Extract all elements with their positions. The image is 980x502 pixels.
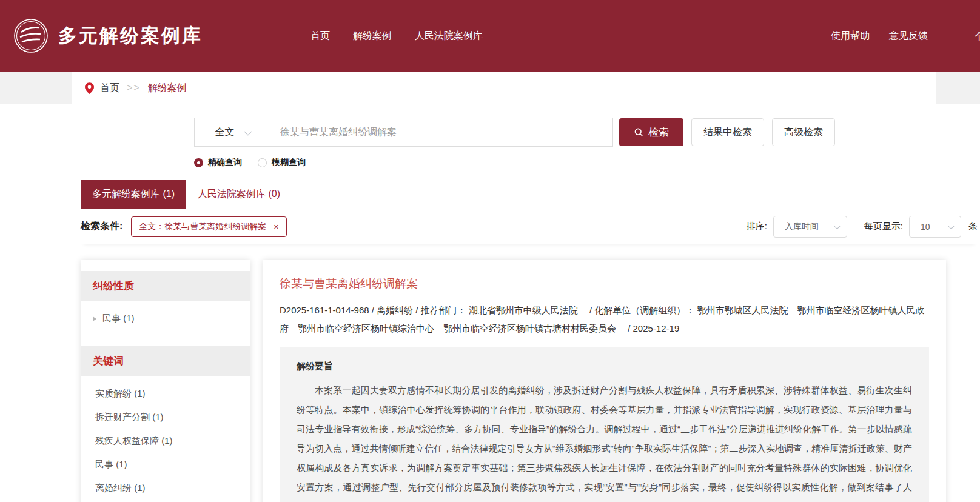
- sort-label: 排序:: [747, 221, 767, 232]
- keyword-item[interactable]: 实质解纷 (1): [81, 382, 250, 406]
- exact-query-label[interactable]: 精确查询: [208, 157, 242, 168]
- result-tabs: 多元解纷案例库 (1) 人民法院案例库 (0): [0, 180, 980, 209]
- nav-item-feedback[interactable]: 意见反馈: [889, 30, 928, 42]
- exact-query-radio[interactable]: [194, 158, 203, 167]
- keyword-list: 实质解纷 (1) 拆迁财产分割 (1) 残疾人权益保障 (1) 民事 (1) 离…: [81, 376, 250, 502]
- location-pin-icon: [85, 82, 94, 94]
- brand-logo-icon: [13, 18, 49, 53]
- app-title: 多元解纷案例库: [58, 23, 203, 49]
- keyword-item[interactable]: 拆迁财产分割 (1): [81, 406, 250, 429]
- tab-court-library[interactable]: 人民法院案例库 (0): [186, 180, 292, 209]
- tab-dispute-library[interactable]: 多元解纷案例库 (1): [81, 180, 186, 209]
- chevron-down-icon: [834, 222, 841, 229]
- search-button-label: 检索: [648, 126, 669, 139]
- case-summary-box: 解纷要旨 本案系一起因夫妻双方感情不和长期分居引发的离婚纠纷，涉及拆迁财产分割与…: [280, 347, 929, 502]
- filter-item-label: 民事 (1): [102, 313, 135, 324]
- breadcrumb: 首页 >> 解纷案例: [72, 72, 936, 104]
- search-field-value: 全文: [215, 126, 235, 139]
- query-mode-options: 精确查询 模糊查询: [194, 157, 980, 168]
- nav-item-help[interactable]: 使用帮助: [831, 30, 870, 42]
- nav-item-home[interactable]: 首页: [310, 30, 330, 42]
- content-area: 纠纷性质 民事 (1) 关键词 实质解纷 (1) 拆迁财产分割 (1) 残疾人权…: [81, 260, 980, 502]
- nav-item-cases[interactable]: 解纷案例: [353, 30, 392, 42]
- filter-sidebar: 纠纷性质 民事 (1) 关键词 实质解纷 (1) 拆迁财产分割 (1) 残疾人权…: [81, 260, 250, 502]
- summary-title: 解纷要旨: [297, 361, 912, 372]
- keyword-item[interactable]: 民事 (1): [81, 453, 250, 477]
- filter-item-civil[interactable]: 民事 (1): [81, 301, 250, 336]
- case-meta: D2025-161-1-014-968 / 离婚纠纷 / 推荐部门： 湖北省鄂州…: [280, 301, 929, 338]
- condition-chip: 全文：徐某与曹某离婚纠纷调解案 ×: [131, 216, 286, 237]
- search-icon: [634, 127, 644, 138]
- advanced-search-button[interactable]: 高级检索: [772, 118, 835, 146]
- search-input[interactable]: [270, 118, 613, 147]
- filter-section-keywords: 关键词: [81, 346, 250, 376]
- keyword-item[interactable]: 离婚纠纷 (1): [81, 477, 250, 500]
- secondary-nav: 使用帮助 意见反馈: [831, 30, 928, 42]
- sort-select[interactable]: 入库时间: [773, 216, 847, 238]
- nav-item-clipped: 个: [975, 30, 980, 43]
- fuzzy-query-label[interactable]: 模糊查询: [272, 157, 306, 168]
- breadcrumb-strip: 首页 >> 解纷案例: [0, 72, 980, 104]
- search-field-select[interactable]: 全文: [194, 118, 270, 147]
- sort-value: 入库时间: [785, 221, 819, 232]
- nav-item-court-library[interactable]: 人民法院案例库: [415, 30, 483, 42]
- search-conditions-bar: 检索条件: 全文：徐某与曹某离婚纠纷调解案 × 排序: 入库时间 每页显示: 1…: [81, 209, 978, 244]
- condition-chip-close-icon[interactable]: ×: [274, 222, 278, 232]
- chevron-down-icon: [244, 127, 252, 135]
- page-size-select[interactable]: 10: [909, 216, 961, 238]
- app-header: 多元解纷案例库 首页 解纷案例 人民法院案例库 使用帮助 意见反馈 个: [0, 0, 980, 72]
- breadcrumb-current[interactable]: 解纷案例: [148, 82, 187, 95]
- filter-section-dispute-nature: 纠纷性质: [81, 271, 250, 301]
- caret-right-icon: [93, 316, 96, 321]
- search-section: 全文 检索 结果中检索 高级检索 精确查询 模糊查询: [0, 104, 980, 168]
- condition-chip-text: 全文：徐某与曹某离婚纠纷调解案: [139, 221, 266, 232]
- search-button[interactable]: 检索: [619, 118, 683, 146]
- chevron-down-icon: [948, 222, 955, 229]
- breadcrumb-home[interactable]: 首页: [100, 82, 119, 95]
- breadcrumb-separator: >>: [127, 82, 141, 93]
- page-size-value: 10: [921, 222, 930, 232]
- summary-text: 本案系一起因夫妻双方感情不和长期分居引发的离婚纠纷，涉及拆迁财产分割与残疾人权益…: [297, 381, 912, 502]
- result-card: 徐某与曹某离婚纠纷调解案 D2025-161-1-014-968 / 离婚纠纷 …: [263, 260, 946, 502]
- page-size-unit: 条: [968, 221, 978, 232]
- main-nav: 首页 解纷案例 人民法院案例库: [310, 30, 483, 42]
- conditions-label: 检索条件:: [81, 220, 122, 233]
- page-size-label: 每页显示:: [864, 221, 903, 232]
- search-in-results-button[interactable]: 结果中检索: [691, 118, 764, 146]
- case-title-link[interactable]: 徐某与曹某离婚纠纷调解案: [280, 277, 418, 290]
- keyword-item[interactable]: 残疾人权益保障 (1): [81, 429, 250, 453]
- fuzzy-query-radio[interactable]: [258, 158, 267, 167]
